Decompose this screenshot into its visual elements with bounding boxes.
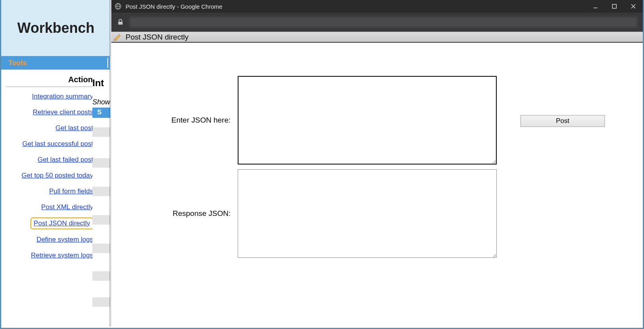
obscured-grey-row [92,215,110,225]
lock-icon [117,19,124,26]
post-button[interactable]: Post [520,115,605,127]
window-maximize-button[interactable] [605,0,624,13]
chrome-window-title: Post JSON directly - Google Chrome [126,3,222,10]
obscured-grey-row [92,187,110,196]
globe-icon [115,3,122,10]
tools-label: Tools [8,59,27,67]
chrome-window: Post JSON directly - Google Chrome Post … [111,0,643,328]
response-json-textarea[interactable] [238,169,497,258]
action-row: Retrieve system logs [4,250,107,261]
action-row: Post JSON directly [4,217,107,229]
action-link-post-json-directly[interactable]: Post JSON directly [34,219,90,227]
obscured-grey-row [92,158,110,168]
action-link-pull-form-fields[interactable]: Pull form fields [49,187,93,195]
action-row: Integration summary [4,91,107,102]
svg-marker-19 [115,34,120,40]
action-row: Get top 50 posted today [4,170,107,181]
action-link-get-last-failed-post[interactable]: Get last failed post [38,156,93,163]
response-json-label: Response JSON: [115,209,238,218]
obscured-show-text: Show [92,98,110,106]
action-link-integration-summary[interactable]: Integration summary [32,93,93,100]
actions-header: Actions ▶ [6,75,106,87]
page-tab-header: Post JSON directly [111,32,643,43]
workbench-title: Workbench [1,0,111,56]
obscured-blue-row: S [92,108,110,118]
action-link-get-last-post[interactable]: Get last post [56,124,93,132]
action-link-post-xml-directly[interactable]: Post XML directly [41,203,93,211]
obscured-background-panel: Int Show S [92,70,110,327]
obscured-grey-row [92,297,110,307]
action-link-retrieve-client-posts[interactable]: Retrieve client posts [33,108,93,116]
chrome-titlebar: Post JSON directly - Google Chrome [111,0,643,13]
action-link-retrieve-system-logs[interactable]: Retrieve system logs [31,251,93,259]
action-link-get-top-50-posted-today[interactable]: Get top 50 posted today [22,172,93,179]
page-body: Enter JSON here: Response JSON: Post [111,43,643,328]
obscured-grey-row [92,127,110,137]
url-blurred [130,17,637,27]
action-link-define-system-logs[interactable]: Define system logs [36,236,93,243]
obscured-grey-row [92,244,110,253]
window-close-button[interactable] [624,0,643,13]
obscured-heading: Int [92,78,104,89]
tools-section-header[interactable]: Tools [1,56,111,70]
obscured-grey-row [92,271,110,281]
enter-json-label: Enter JSON here: [115,116,238,125]
chrome-address-bar[interactable] [111,13,643,32]
page-tab-title: Post JSON directly [126,33,188,42]
action-row: Get last post [4,123,107,134]
action-row: Pull form fields [4,186,107,197]
svg-rect-15 [612,4,616,8]
window-minimize-button[interactable] [586,0,605,13]
action-link-get-last-successful-post[interactable]: Get last successful post [22,140,93,147]
action-row: Get last successful post [4,138,107,149]
enter-json-textarea[interactable] [238,76,497,164]
svg-rect-18 [118,22,123,25]
action-row: Define system logs [4,234,107,245]
action-row: Retrieve client posts [4,107,107,118]
pencil-icon [114,33,122,41]
action-row: Post XML directly [4,202,107,213]
divider [107,58,108,68]
action-row: Get last failed post [4,154,107,165]
